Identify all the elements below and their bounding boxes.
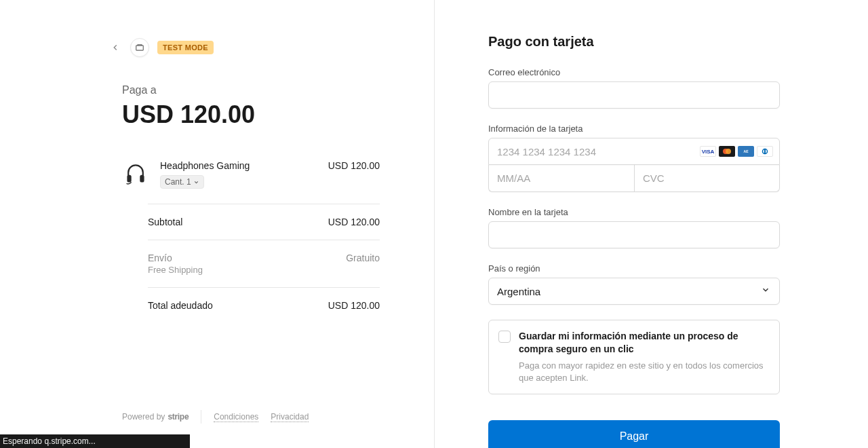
save-info-subtitle: Paga con mayor rapidez en este sitio y e… xyxy=(519,360,770,384)
cardholder-name-label: Nombre en la tarjeta xyxy=(488,207,780,217)
quantity-selector[interactable]: Cant. 1 xyxy=(160,175,204,189)
shipping-method: Free Shipping xyxy=(148,265,203,275)
card-cvc-input[interactable] xyxy=(634,165,780,192)
svg-point-4 xyxy=(726,149,731,154)
payment-form-panel: Pago con tarjeta Correo electrónico Info… xyxy=(434,0,868,448)
pay-to-label: Paga a xyxy=(122,84,380,96)
email-input[interactable] xyxy=(488,81,780,109)
powered-by: Powered by stripe xyxy=(122,412,189,422)
quantity-label: Cant. 1 xyxy=(165,177,191,187)
payment-title: Pago con tarjeta xyxy=(488,34,780,50)
back-button[interactable] xyxy=(108,41,122,54)
country-label: País o región xyxy=(488,263,780,274)
total-value: USD 120.00 xyxy=(328,300,380,311)
merchant-icon xyxy=(130,38,149,57)
card-info-label: Información de la tarjeta xyxy=(488,124,780,134)
mastercard-icon xyxy=(719,146,735,157)
subtotal-value: USD 120.00 xyxy=(328,217,380,227)
card-expiry-input[interactable] xyxy=(488,165,634,192)
product-name: Headphones Gaming xyxy=(160,160,317,171)
svg-rect-2 xyxy=(140,175,144,183)
country-select[interactable] xyxy=(488,278,780,305)
privacy-link[interactable]: Privacidad xyxy=(271,412,309,422)
save-info-checkbox[interactable] xyxy=(498,331,511,343)
total-label: Total adeudado xyxy=(148,300,213,311)
order-summary-panel: TEST MODE Paga a USD 120.00 Headphones G… xyxy=(0,0,434,448)
visa-icon: VISA xyxy=(700,146,716,157)
total-amount: USD 120.00 xyxy=(122,100,380,129)
cardholder-name-input[interactable] xyxy=(488,221,780,248)
diners-icon xyxy=(757,146,773,157)
product-image xyxy=(122,160,149,187)
test-mode-badge: TEST MODE xyxy=(157,41,214,54)
save-info-box: Guardar mi información mediante un proce… xyxy=(488,320,780,394)
pay-button[interactable]: Pagar xyxy=(488,420,780,448)
svg-rect-8 xyxy=(764,149,766,153)
card-brand-icons: VISA AE xyxy=(700,146,773,157)
amex-icon: AE xyxy=(738,146,754,157)
terms-link[interactable]: Condiciones xyxy=(214,412,258,422)
stripe-logo: stripe xyxy=(167,412,189,422)
browser-status-bar: Esperando q.stripe.com... xyxy=(0,434,190,448)
svg-text:AE: AE xyxy=(744,149,749,153)
shipping-label: Envío xyxy=(148,253,203,263)
product-price: USD 120.00 xyxy=(328,160,380,171)
save-info-title: Guardar mi información mediante un proce… xyxy=(519,330,770,356)
subtotal-label: Subtotal xyxy=(148,217,182,227)
svg-rect-1 xyxy=(127,175,131,183)
shipping-value: Gratuito xyxy=(346,253,380,275)
svg-rect-0 xyxy=(136,45,144,50)
email-label: Correo electrónico xyxy=(488,67,780,77)
chevron-down-icon xyxy=(193,179,199,185)
